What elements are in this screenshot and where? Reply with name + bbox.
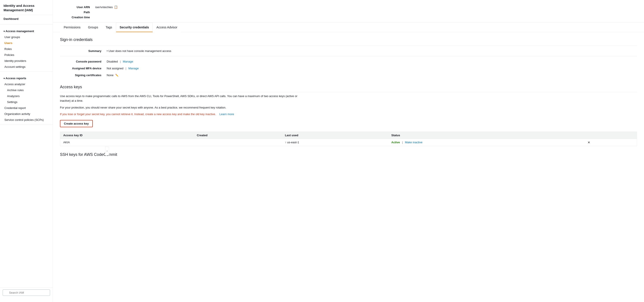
tab-access-advisor[interactable]: Access Advisor (153, 23, 181, 32)
main-content: User ARN iser/vntechies 📋 Path Creation … (53, 0, 644, 302)
ssh-section: SSH keys for AWS CodeCommit (60, 152, 637, 157)
mfa-device-row: Assigned MFA device Not assigned | Manag… (60, 65, 637, 72)
summary-label: Summary (60, 47, 104, 54)
tab-security-credentials[interactable]: Security credentials (116, 23, 153, 32)
th-actions (583, 132, 637, 139)
access-key-last-used-cell: ↑ us-east-1 (282, 139, 388, 146)
search-container (0, 288, 53, 298)
sidebar-item-account-settings[interactable]: Account settings (0, 64, 53, 70)
access-keys-title: Access keys (60, 85, 637, 89)
access-key-id-cell: AKIA (60, 139, 194, 146)
sidebar-title: Identity and Access Management (IAM) (0, 0, 53, 15)
sidebar-item-service-control-policies[interactable]: Service control policies (SCPs) (0, 117, 53, 123)
access-keys-table: Access key ID Created Last used Status A… (60, 132, 637, 146)
console-password-text: Disabled (107, 60, 118, 63)
tab-groups[interactable]: Groups (84, 23, 102, 32)
sidebar-item-analyzers[interactable]: Analyzers (0, 93, 53, 99)
sidebar-section-access-management[interactable]: Access management (0, 26, 53, 34)
access-keys-warning: If you lose or forget your secret key, y… (60, 112, 637, 117)
th-last-used: Last used (282, 132, 388, 139)
sidebar-section-access-reports[interactable]: Access reports (0, 74, 53, 81)
access-key-status-badge: Active (392, 141, 400, 144)
sign-in-info-table: Summary User does not have console manag… (60, 47, 637, 54)
make-inactive-link[interactable]: Make inactive (405, 141, 422, 144)
signing-certs-value: None ✏️ (104, 72, 637, 79)
sidebar-item-roles[interactable]: Roles (0, 46, 53, 52)
mfa-device-value: Not assigned | Manage (104, 65, 637, 72)
console-password-row: Console password Disabled | Manage (60, 58, 637, 65)
access-keys-description2: For your protection, you should never sh… (60, 105, 302, 110)
sign-in-details-table: Console password Disabled | Manage Assig… (60, 58, 637, 79)
user-arn-value: iser/vntechies 📋 (95, 5, 118, 9)
delete-access-key-icon[interactable]: ✕ (588, 141, 590, 144)
ssh-section-title: SSH keys for AWS CodeCommit (60, 152, 637, 157)
sidebar-item-users[interactable]: Users (0, 40, 53, 46)
tab-tags[interactable]: Tags (102, 23, 116, 32)
warning-text-content: If you lose or forget your secret key, y… (60, 113, 216, 116)
search-wrapper (3, 290, 50, 296)
sidebar-collapse-button[interactable]: ‹ (105, 147, 109, 155)
sign-in-credentials-title: Sign-in credentials (60, 37, 637, 42)
mfa-device-label: Assigned MFA device (60, 65, 104, 72)
access-keys-description1: Use access keys to make programmatic cal… (60, 94, 302, 103)
user-arn-label: User ARN (60, 5, 95, 9)
sidebar-item-identity-providers[interactable]: Identity providers (0, 58, 53, 64)
sidebar-item-archive-rules[interactable]: Archive rules (0, 87, 53, 93)
signing-certs-row: Signing certificates None ✏️ (60, 72, 637, 79)
access-key-delete-cell: ✕ (583, 139, 637, 146)
sidebar-item-credential-report[interactable]: Credential report (0, 105, 53, 111)
signing-certs-edit-icon[interactable]: ✏️ (115, 74, 118, 77)
th-access-key-id: Access key ID (60, 132, 194, 139)
tab-content: Sign-in credentials Summary User does no… (53, 32, 644, 166)
user-arn-text: iser/vntechies (95, 5, 112, 9)
sidebar-item-settings[interactable]: Settings (0, 99, 53, 105)
path-row: Path (60, 10, 637, 15)
tab-permissions[interactable]: Permissions (60, 23, 84, 32)
creation-time-row: Creation time (60, 15, 637, 20)
mfa-device-text: Not assigned (107, 67, 124, 70)
access-keys-divider-top (60, 92, 637, 92)
signing-certs-text: None (107, 74, 114, 77)
console-password-manage-link[interactable]: Manage (123, 60, 133, 63)
sidebar-item-organization-activity[interactable]: Organization activity (0, 111, 53, 117)
create-access-key-button[interactable]: Create access key (60, 120, 93, 127)
mfa-manage-link[interactable]: Manage (128, 67, 139, 70)
console-password-value: Disabled | Manage (104, 58, 637, 65)
path-label: Path (60, 10, 95, 14)
sidebar-item-access-analyzer[interactable]: Access analyzer (0, 81, 53, 87)
sidebar-divider-1 (0, 24, 53, 25)
th-status: Status (388, 132, 584, 139)
summary-value: User does not have console management ac… (104, 47, 637, 54)
status-separator: | (402, 141, 403, 144)
access-keys-table-header-row: Access key ID Created Last used Status (60, 132, 637, 139)
mfa-separator: | (126, 67, 126, 70)
access-key-status-cell: Active | Make inactive (388, 139, 584, 146)
access-key-created-cell (194, 139, 282, 146)
creation-time-label: Creation time (60, 16, 95, 19)
user-info-section: User ARN iser/vntechies 📋 Path Creation … (53, 0, 644, 23)
sidebar: Identity and Access Management (IAM) Das… (0, 0, 53, 302)
signing-certs-label: Signing certificates (60, 72, 104, 79)
sidebar-item-user-groups[interactable]: User groups (0, 34, 53, 40)
tabs-bar: Permissions Groups Tags Security credent… (53, 23, 644, 32)
th-created: Created (194, 132, 282, 139)
access-keys-section: Access keys Use access keys to make prog… (60, 85, 637, 146)
summary-row: Summary User does not have console manag… (60, 47, 637, 54)
user-arn-row: User ARN iser/vntechies 📋 (60, 4, 637, 10)
console-password-label: Console password (60, 58, 104, 65)
sign-in-credentials-section: Sign-in credentials Summary User does no… (60, 37, 637, 79)
sidebar-divider-2 (0, 72, 53, 72)
access-key-row: AKIA ↑ us-east-1 Active | Make inactive … (60, 139, 637, 146)
search-input[interactable] (3, 290, 50, 296)
console-password-separator: | (120, 60, 120, 63)
sidebar-item-dashboard[interactable]: Dashboard (0, 15, 53, 23)
sidebar-divider-3 (0, 125, 53, 125)
sign-in-divider-mid (60, 56, 637, 56)
sidebar-item-policies[interactable]: Policies (0, 52, 53, 58)
copy-arn-icon[interactable]: 📋 (114, 5, 118, 9)
learn-more-link[interactable]: Learn more (220, 113, 234, 116)
